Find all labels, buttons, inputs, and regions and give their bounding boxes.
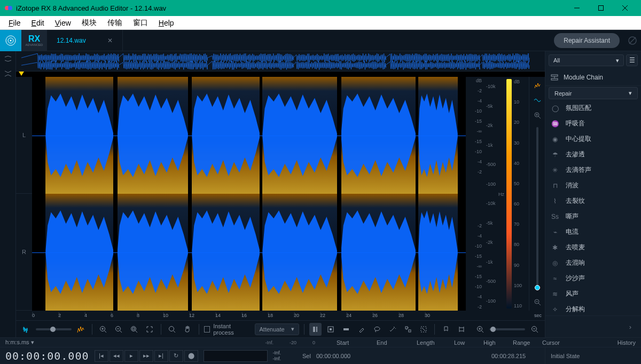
- module-item[interactable]: ◎去混响: [545, 255, 641, 271]
- module-item[interactable]: ⊓消波: [545, 178, 641, 193]
- module-icon: ◯: [551, 104, 559, 113]
- module-panel: All ▾ ☰ Module Chain Repair ▾ ◯氛围匹配♒呼吸音◉…: [545, 51, 641, 337]
- playhead-marker-icon[interactable]: [19, 72, 24, 76]
- history-initial-state[interactable]: Initial State: [551, 353, 630, 359]
- module-menu-icon[interactable]: ☰: [626, 54, 638, 66]
- region-icon[interactable]: [455, 323, 467, 336]
- zoom-fit-icon[interactable]: [144, 323, 156, 336]
- spectro-mode-icon[interactable]: [532, 80, 543, 91]
- lasso-tool-icon[interactable]: [371, 323, 383, 336]
- channel-label-r[interactable]: R: [16, 194, 32, 311]
- zoom-h-slider[interactable]: [489, 328, 525, 330]
- hand-tool-icon[interactable]: [182, 323, 194, 336]
- channel-link-icon[interactable]: [0, 51, 15, 66]
- zoom-tool-icon[interactable]: [166, 323, 178, 336]
- time-ruler[interactable]: 024681012141618202224262830sec: [16, 311, 545, 320]
- zoom-selection-icon[interactable]: [128, 323, 140, 336]
- time-format-dropdown[interactable]: h:m:s.ms ▾: [5, 339, 34, 346]
- zoom-in-icon[interactable]: [97, 323, 110, 336]
- menu-窗口[interactable]: 窗口: [128, 17, 153, 29]
- module-item[interactable]: ♒呼吸音: [545, 116, 641, 131]
- svg-point-1: [8, 6, 12, 10]
- menu-模块[interactable]: 模块: [76, 17, 102, 29]
- menu-edit[interactable]: Edit: [26, 18, 50, 28]
- module-item[interactable]: ✧分解构: [545, 302, 641, 315]
- spectrogram-view-icon[interactable]: [75, 323, 87, 336]
- view-blend-slider[interactable]: [36, 328, 72, 330]
- tf-select-tool-icon[interactable]: [325, 323, 337, 336]
- svg-rect-36: [405, 327, 408, 329]
- module-item[interactable]: ✱去喷麦: [545, 240, 641, 255]
- svg-line-39: [422, 328, 425, 331]
- module-item[interactable]: ☂去渗透: [545, 147, 641, 162]
- record-button[interactable]: ⬤: [184, 350, 198, 362]
- zoom-out-icon[interactable]: [113, 323, 125, 336]
- forward-button[interactable]: ▸▸: [139, 350, 153, 362]
- rewind-button[interactable]: ◂◂: [110, 350, 123, 362]
- menu-help[interactable]: Help: [153, 18, 179, 28]
- brush-tool-icon[interactable]: [355, 323, 368, 336]
- minimize-button[interactable]: [565, 0, 589, 16]
- brand-badge: RX ADVANCED: [21, 30, 47, 51]
- module-item[interactable]: ◯氛围匹配: [545, 100, 641, 116]
- module-item[interactable]: ⌁电流: [545, 224, 641, 240]
- zoom-in-h-icon[interactable]: [474, 323, 486, 336]
- process-mode-dropdown[interactable]: Attenuate ▾: [255, 323, 299, 335]
- repair-assistant-button[interactable]: Repair Assistant: [554, 33, 620, 48]
- loop-button[interactable]: ↻: [169, 350, 183, 362]
- maximize-button[interactable]: [589, 0, 613, 16]
- module-item[interactable]: ◉中心提取: [545, 131, 641, 147]
- close-button[interactable]: [613, 0, 637, 16]
- channel-collapse-icon[interactable]: [0, 66, 15, 81]
- module-label: 去渗透: [566, 150, 585, 159]
- menu-view[interactable]: View: [50, 18, 76, 28]
- vertical-zoom-slider[interactable]: [536, 127, 538, 290]
- module-category-dropdown[interactable]: Repair ▾: [549, 87, 638, 99]
- module-item[interactable]: Ss嘶声: [545, 209, 641, 224]
- module-label: 去滴答声: [566, 165, 591, 175]
- module-item[interactable]: ≋风声: [545, 286, 641, 302]
- marker-row[interactable]: [16, 72, 545, 77]
- zoom-in-vert-icon[interactable]: [532, 110, 543, 121]
- channel-label-l[interactable]: L: [16, 77, 32, 194]
- marker-icon[interactable]: [440, 323, 452, 336]
- module-label: 氛围匹配: [566, 104, 591, 113]
- assistant-off-icon[interactable]: [624, 35, 641, 46]
- header-strip: RX ADVANCED 12.14.wav ✕ Repair Assistant: [0, 30, 641, 51]
- svg-rect-27: [132, 328, 135, 330]
- meter-readout-right: -Inf.: [273, 356, 282, 361]
- svg-rect-48: [551, 78, 558, 80]
- close-tab-icon[interactable]: ✕: [107, 37, 113, 44]
- module-icon: ✳: [551, 166, 559, 175]
- menu-传输[interactable]: 传输: [102, 17, 128, 29]
- zoom-out-vert-icon[interactable]: [532, 297, 543, 307]
- time-select-tool-icon[interactable]: [309, 323, 322, 336]
- svg-line-45: [536, 330, 538, 333]
- module-filter-dropdown[interactable]: All ▾: [549, 54, 624, 66]
- deselect-icon[interactable]: [417, 323, 429, 336]
- module-item[interactable]: ≈沙沙声: [545, 271, 641, 286]
- find-similar-icon[interactable]: [402, 323, 414, 336]
- module-item[interactable]: ⌇去裂纹: [545, 193, 641, 209]
- play-button[interactable]: ▸: [124, 350, 138, 362]
- zoom-out-h-icon[interactable]: [528, 323, 541, 336]
- module-chain-header[interactable]: Module Chain: [545, 69, 641, 86]
- instant-process-checkbox[interactable]: [204, 326, 210, 333]
- wand-tool-icon[interactable]: [386, 323, 398, 336]
- overview-waveform[interactable]: [16, 51, 545, 72]
- wave-mode-icon[interactable]: [532, 95, 543, 106]
- spectrogram-canvas[interactable]: [32, 77, 466, 311]
- waveform-view-icon[interactable]: [20, 323, 33, 336]
- editor: LR dB-2-4-10-15-∞-15-10-4-2-2-4-10-15-∞-…: [16, 51, 545, 337]
- svg-rect-30: [313, 327, 315, 332]
- svg-line-29: [174, 330, 176, 333]
- module-list: ◯氛围匹配♒呼吸音◉中心提取☂去渗透✳去滴答声⊓消波⌇去裂纹Ss嘶声⌁电流✱去喷…: [545, 100, 641, 315]
- forward-end-button[interactable]: ▸|: [154, 350, 168, 362]
- freq-select-tool-icon[interactable]: [340, 323, 353, 336]
- file-tab[interactable]: 12.14.wav ✕: [47, 30, 123, 51]
- menu-file[interactable]: File: [3, 18, 26, 28]
- rewind-start-button[interactable]: |◂: [95, 350, 108, 362]
- module-item[interactable]: ✳去滴答声: [545, 162, 641, 178]
- chevron-right-icon[interactable]: ›: [624, 320, 637, 333]
- chevron-down-icon: ▾: [629, 90, 632, 97]
